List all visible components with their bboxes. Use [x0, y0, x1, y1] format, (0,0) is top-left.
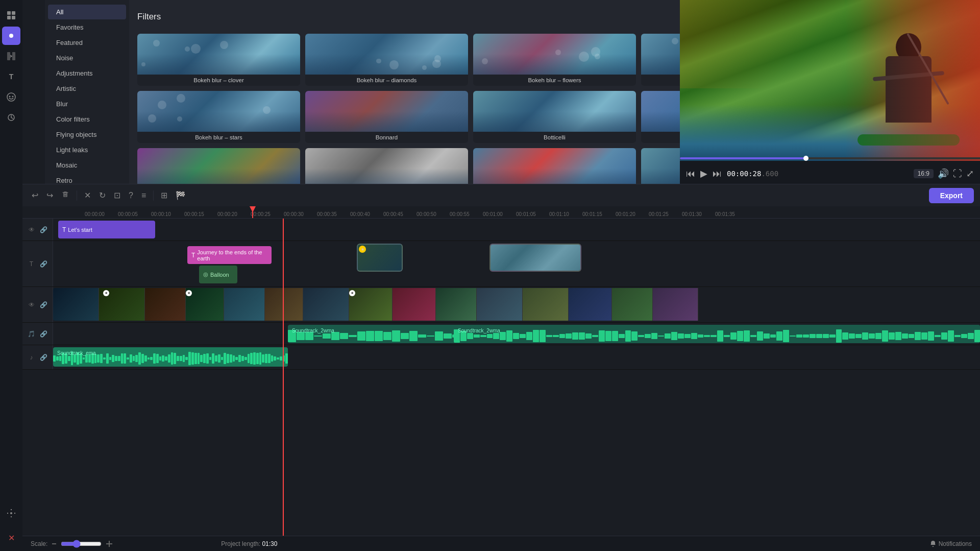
close-btn[interactable]: ✕	[2, 529, 20, 547]
grid-btn[interactable]: ⊞	[158, 188, 170, 202]
cat-noise[interactable]: Noise	[48, 51, 126, 65]
cat-favorites[interactable]: Favorites	[48, 20, 126, 35]
vid-seg-6[interactable]	[265, 288, 303, 321]
cat-retro[interactable]: Retro	[48, 173, 126, 184]
cat-color-filters[interactable]: Color filters	[48, 112, 126, 127]
vid-seg-9[interactable]	[393, 288, 436, 321]
cat-all[interactable]: All	[48, 5, 126, 19]
ruler-mark: 00:01:10	[548, 211, 581, 217]
audio-clip-main-2[interactable]: Soundtrack_2wma	[454, 325, 980, 343]
filter-item-brush-sketch[interactable]: Brush – sketch	[305, 148, 468, 184]
vid-seg-3[interactable]	[145, 288, 186, 321]
fullscreen-btn[interactable]: ⛶	[953, 169, 962, 179]
history-btn[interactable]	[2, 108, 20, 127]
filter-item-botticelli[interactable]: Botticelli	[473, 91, 636, 143]
time-display: 00:00:28.600	[727, 170, 778, 178]
waveform-bar	[546, 335, 552, 337]
progress-bar-track[interactable]	[680, 157, 980, 159]
crop-btn[interactable]: ⊡	[111, 188, 124, 202]
popout-btn[interactable]: ⤢	[966, 168, 974, 179]
transitions-btn[interactable]	[2, 47, 20, 65]
vid-seg-1[interactable]	[53, 288, 99, 321]
skip-back-btn[interactable]: ⏮	[686, 169, 695, 179]
waveform-bar	[968, 333, 974, 339]
filters-title: Filters	[137, 12, 161, 22]
waveform-bar	[150, 357, 153, 361]
vid-seg-14[interactable]	[612, 288, 653, 321]
loop-btn[interactable]: ↻	[96, 188, 109, 202]
settings-btn[interactable]	[2, 504, 20, 522]
play-btn[interactable]: ▶	[700, 168, 707, 179]
track-eye-btn-3[interactable]: 👁	[27, 300, 37, 310]
filter-item-bokeh-stars[interactable]: Bokeh blur – stars	[137, 91, 300, 143]
floating-thumb-1[interactable]: ★	[357, 244, 403, 272]
vid-seg-12[interactable]	[523, 288, 569, 321]
audio-clip-bg[interactable]: Soundtrack_ema	[53, 347, 288, 367]
cat-mosaic[interactable]: Mosaic	[48, 158, 126, 173]
vid-seg-4[interactable]: ★	[186, 288, 224, 321]
filter-item-bokeh-diamonds[interactable]: Bokeh blur – diamonds	[305, 34, 468, 86]
vid-seg-11[interactable]	[477, 288, 523, 321]
track-lock-btn-3[interactable]: 🔗	[39, 300, 49, 310]
waveform-bar	[259, 352, 262, 365]
vid-seg-5[interactable]	[224, 288, 265, 321]
clip-balloon[interactable]: ◎ Balloon	[199, 266, 237, 283]
cat-blur[interactable]: Blur	[48, 97, 126, 111]
vid-seg-2[interactable]: ★	[99, 288, 145, 321]
svg-rect-16	[109, 541, 110, 547]
track-audio-icon[interactable]: 🎵	[27, 329, 37, 339]
vid-seg-8[interactable]: ★	[349, 288, 393, 321]
cut-btn[interactable]: ✕	[81, 188, 94, 202]
cat-adjustments[interactable]: Adjustments	[48, 66, 126, 81]
svg-rect-0	[7, 11, 11, 15]
redo-btn[interactable]: ↪	[43, 188, 56, 202]
aspect-ratio-badge[interactable]: 16:9	[914, 169, 934, 178]
filter-item-bokeh-clover[interactable]: Bokeh blur – clover	[137, 34, 300, 86]
cat-light-leaks[interactable]: Light leaks	[48, 142, 126, 157]
vid-seg-15[interactable]	[653, 288, 698, 321]
waveform-bar	[480, 335, 486, 338]
media-btn[interactable]	[2, 6, 20, 25]
track-music-icon[interactable]: ♪	[27, 352, 37, 363]
volume-btn[interactable]: 🔊	[938, 168, 949, 179]
waveform-bar	[744, 330, 750, 341]
progress-handle[interactable]	[803, 156, 808, 161]
delete-btn[interactable]	[58, 188, 72, 203]
track-eye-btn[interactable]: 👁	[27, 225, 37, 235]
clip-lets-start[interactable]: T Let's start	[58, 221, 155, 238]
waveform-bar	[915, 332, 921, 340]
list-btn[interactable]: ≡	[138, 189, 149, 202]
filter-item-bunnies[interactable]: Bunnies	[473, 148, 636, 184]
vid-seg-13[interactable]	[569, 288, 612, 321]
filter-item-brush-saturation[interactable]: Brush – saturation	[137, 148, 300, 184]
filter-item-bokeh-flowers[interactable]: Bokeh blur – flowers	[473, 34, 636, 86]
waveform-bar	[665, 333, 671, 338]
clip-journey[interactable]: T Journey to the ends of the earth	[187, 246, 272, 264]
export-button[interactable]: Export	[929, 188, 974, 203]
track-eye-btn-2[interactable]: T	[27, 259, 37, 269]
waveform-bar	[174, 353, 176, 364]
flag-btn[interactable]: 🏁	[173, 188, 189, 202]
stickers-btn[interactable]	[2, 88, 20, 106]
undo-btn[interactable]: ↩	[29, 188, 41, 202]
track-link-btn[interactable]: 🔗	[39, 329, 49, 339]
effects-btn[interactable]	[2, 27, 20, 45]
notifications-btn[interactable]: Notifications	[929, 540, 972, 547]
vid-seg-7[interactable]	[303, 288, 349, 321]
cat-artistic[interactable]: Artistic	[48, 81, 126, 96]
cat-flying-objects[interactable]: Flying objects	[48, 127, 126, 142]
skip-forward-btn[interactable]: ⏭	[713, 169, 722, 179]
waveform-bar	[53, 355, 56, 362]
info-btn[interactable]: ?	[126, 189, 136, 202]
scale-slider[interactable]	[61, 540, 102, 548]
track-link-btn-2[interactable]: 🔗	[39, 352, 49, 363]
text-btn[interactable]: T	[2, 67, 20, 86]
floating-thumb-2[interactable]	[489, 244, 581, 272]
track-lock-btn-2[interactable]: 🔗	[39, 259, 49, 269]
thumb-overlay	[137, 54, 300, 75]
vid-seg-10[interactable]	[436, 288, 477, 321]
filter-item-bonnard[interactable]: Bonnard	[305, 91, 468, 143]
track-lock-btn[interactable]: 🔗	[39, 225, 49, 235]
cat-featured[interactable]: Featured	[48, 35, 126, 50]
waveform-bar	[185, 357, 188, 360]
